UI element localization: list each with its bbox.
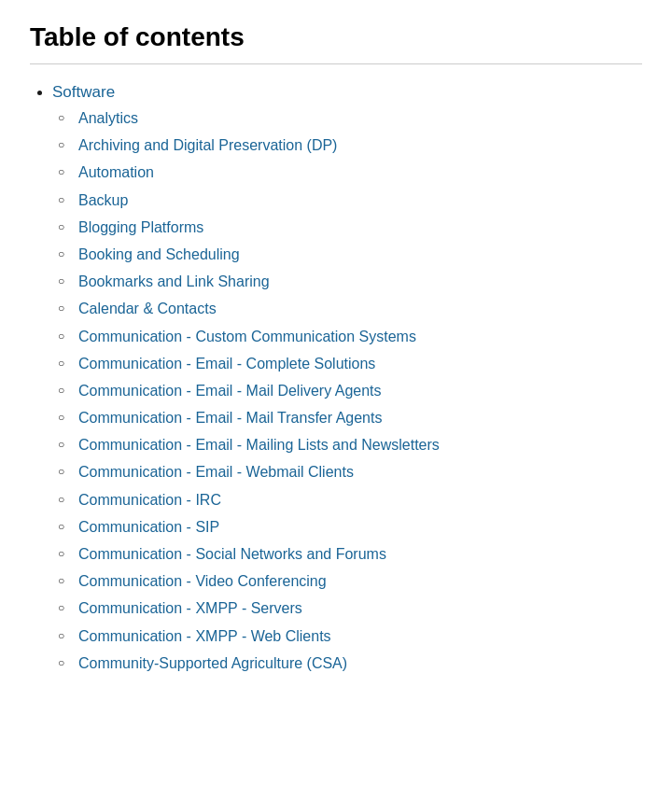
toc-sub-link-5[interactable]: Booking and Scheduling [78, 246, 240, 262]
toc-sub-item: Communication - Email - Mail Delivery Ag… [78, 378, 642, 403]
toc-sub-link-19[interactable]: Communication - XMPP - Web Clients [78, 628, 331, 644]
toc-sub-link-11[interactable]: Communication - Email - Mail Transfer Ag… [78, 410, 382, 426]
software-link[interactable]: Software [52, 83, 115, 101]
toc-sub-link-4[interactable]: Blogging Platforms [78, 219, 203, 235]
toc-sub-item: Communication - Email - Mailing Lists an… [78, 432, 642, 457]
toc-sub-link-6[interactable]: Bookmarks and Link Sharing [78, 273, 270, 289]
toc-sub-item: Communication - SIP [78, 514, 642, 540]
toc-sub-item: Communication - XMPP - Web Clients [78, 624, 642, 649]
toc-sub-item: Analytics [78, 105, 642, 131]
toc-sub-link-2[interactable]: Automation [78, 164, 154, 180]
toc-sub-item: Communication - IRC [78, 487, 642, 512]
toc-sub-link-1[interactable]: Archiving and Digital Preservation (DP) [78, 137, 337, 153]
toc-sub-item: Communication - Email - Mail Transfer Ag… [78, 405, 642, 430]
toc-sub-item: Booking and Scheduling [78, 242, 642, 267]
toc-sub-link-15[interactable]: Communication - SIP [78, 519, 219, 535]
toc-sub-link-13[interactable]: Communication - Email - Webmail Clients [78, 464, 354, 480]
toc-sub-item: Communication - Video Conferencing [78, 568, 642, 594]
toc-sub-link-9[interactable]: Communication - Email - Complete Solutio… [78, 356, 375, 371]
toc-sub-item: Automation [78, 160, 642, 185]
toc-sub-link-8[interactable]: Communication - Custom Communication Sys… [78, 329, 416, 344]
divider [30, 63, 642, 64]
toc-sub-item: Communication - XMPP - Servers [78, 596, 642, 621]
toc-sub-link-0[interactable]: Analytics [78, 110, 138, 126]
toc-sub-item: Backup [78, 188, 642, 213]
toc-sub-link-3[interactable]: Backup [78, 192, 128, 208]
toc-sub-item: Communication - Email - Complete Solutio… [78, 351, 642, 376]
toc-top-item: Software AnalyticsArchiving and Digital … [52, 83, 642, 676]
toc-sub-list: AnalyticsArchiving and Digital Preservat… [52, 105, 642, 676]
toc-sub-item: Communication - Email - Webmail Clients [78, 459, 642, 484]
toc-sub-link-7[interactable]: Calendar & Contacts [78, 301, 217, 316]
toc-sub-item: Communication - Custom Communication Sys… [78, 324, 642, 349]
toc-sub-link-16[interactable]: Communication - Social Networks and Foru… [78, 546, 386, 562]
toc-sub-item: Calendar & Contacts [78, 296, 642, 321]
toc-sub-item: Archiving and Digital Preservation (DP) [78, 133, 642, 158]
toc-sub-link-10[interactable]: Communication - Email - Mail Delivery Ag… [78, 383, 382, 399]
page-title: Table of contents [30, 22, 642, 52]
toc-sub-link-20[interactable]: Community-Supported Agriculture (CSA) [78, 655, 347, 671]
toc-sub-link-12[interactable]: Communication - Email - Mailing Lists an… [78, 437, 440, 453]
toc-sub-item: Blogging Platforms [78, 215, 642, 240]
toc-sub-item: Bookmarks and Link Sharing [78, 269, 642, 294]
toc-list: Software AnalyticsArchiving and Digital … [30, 83, 642, 676]
toc-sub-link-14[interactable]: Communication - IRC [78, 492, 221, 508]
toc-sub-item: Communication - Social Networks and Foru… [78, 541, 642, 567]
toc-sub-link-18[interactable]: Communication - XMPP - Servers [78, 600, 302, 616]
toc-sub-link-17[interactable]: Communication - Video Conferencing [78, 573, 327, 589]
toc-sub-item: Community-Supported Agriculture (CSA) [78, 651, 642, 676]
